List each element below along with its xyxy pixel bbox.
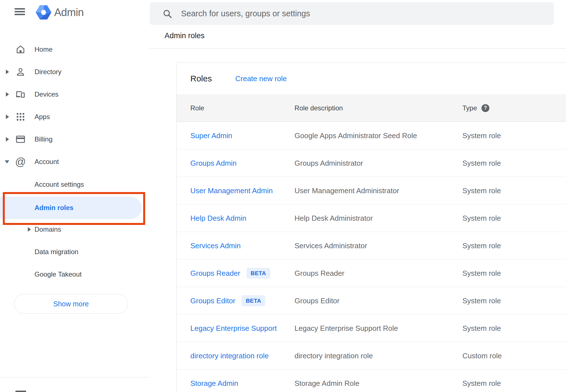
- role-type: System role: [462, 296, 501, 305]
- search-icon: [162, 8, 173, 19]
- hamburger-menu-icon[interactable]: [15, 8, 25, 16]
- column-header-type: Type ?: [462, 104, 489, 112]
- search-bar[interactable]: [150, 2, 554, 25]
- chevron-right-icon[interactable]: [6, 115, 9, 119]
- role-link[interactable]: Groups Admin: [190, 159, 237, 167]
- sidebar-item-billing[interactable]: Billing: [0, 128, 149, 151]
- help-icon[interactable]: ?: [481, 104, 489, 112]
- chevron-right-icon[interactable]: [6, 70, 9, 74]
- role-description: Storage Admin Role: [295, 379, 359, 388]
- app-title: Admin: [54, 0, 84, 25]
- role-description: Groups Editor: [295, 296, 339, 305]
- breadcrumb: Admin roles: [165, 31, 205, 40]
- table-row: Legacy Enterprise Support Legacy Enterpr…: [177, 314, 566, 342]
- sidebar-item-label: Account: [35, 158, 59, 166]
- sidebar-item-account[interactable]: @ Account: [0, 151, 149, 173]
- search-input[interactable]: [181, 9, 546, 19]
- role-type: System role: [462, 269, 501, 277]
- sidebar-divider: [0, 377, 149, 377]
- person-icon: [15, 67, 26, 77]
- sidebar-item-label: Billing: [35, 135, 53, 143]
- sidebar-item-label: Directory: [35, 68, 61, 76]
- sidebar-item-label: Home: [35, 45, 53, 53]
- table-row: directory integration role directory int…: [177, 342, 566, 370]
- sidebar-item-label: Devices: [35, 90, 58, 98]
- role-description: directory integration role: [295, 351, 373, 360]
- sidebar-item-label: Domains: [35, 225, 61, 233]
- table-row: User Management Admin User Management Ad…: [177, 177, 566, 204]
- role-link[interactable]: Legacy Enterprise Support: [190, 324, 277, 332]
- role-description: Help Desk Administrator: [295, 214, 373, 222]
- devices-icon: [15, 89, 26, 99]
- sidebar-item-label: Google Takeout: [35, 270, 82, 278]
- card-title: Roles: [190, 74, 212, 83]
- home-icon: [15, 44, 26, 54]
- role-link[interactable]: Help Desk Admin: [190, 214, 246, 222]
- sidebar-item-home[interactable]: Home: [0, 38, 149, 61]
- role-type: System role: [462, 379, 501, 388]
- beta-badge: BETA: [247, 268, 270, 279]
- sidebar-item-devices[interactable]: Devices: [0, 83, 149, 106]
- sidebar-item-apps[interactable]: Apps: [0, 106, 149, 128]
- role-type: System role: [462, 214, 501, 222]
- role-link[interactable]: Super Admin: [190, 131, 232, 140]
- sidebar-item-account-settings[interactable]: Account settings: [0, 173, 149, 196]
- role-description: Groups Administrator: [295, 159, 363, 167]
- column-header-role: Role: [190, 104, 204, 112]
- role-link[interactable]: Groups Editor: [190, 296, 235, 305]
- chevron-right-icon[interactable]: [6, 137, 9, 142]
- table-row: Help Desk Admin Help Desk Administrator …: [177, 204, 566, 232]
- role-type: System role: [462, 159, 501, 167]
- role-type: System role: [462, 324, 501, 332]
- table-row: Groups Editor BETA Groups Editor System …: [177, 287, 566, 314]
- cropped-sidebar-icon: [15, 391, 26, 392]
- admin-logo-icon: [36, 4, 51, 20]
- column-header-description: Role description: [295, 104, 343, 112]
- role-link[interactable]: directory integration role: [190, 351, 269, 360]
- sidebar-item-admin-roles[interactable]: Admin roles: [0, 197, 142, 219]
- show-more-button[interactable]: Show more: [14, 294, 128, 314]
- chevron-right-icon[interactable]: [28, 227, 31, 232]
- role-type: System role: [462, 186, 501, 195]
- table-row: Groups Admin Groups Administrator System…: [177, 149, 566, 177]
- role-link[interactable]: User Management Admin: [190, 186, 273, 195]
- sidebar-item-label: Account settings: [35, 181, 84, 188]
- table-header-row: Role Role description Type ?: [177, 94, 566, 122]
- at-sign-icon: @: [15, 157, 26, 167]
- create-new-role-link[interactable]: Create new role: [235, 74, 287, 83]
- sidebar-item-directory[interactable]: Directory: [0, 61, 149, 83]
- apps-grid-icon: [15, 112, 26, 122]
- table-row: Services Admin Services Administrator Sy…: [177, 232, 566, 259]
- role-link[interactable]: Services Admin: [190, 241, 241, 250]
- sidebar-item-google-takeout[interactable]: Google Takeout: [0, 263, 149, 286]
- role-description: Groups Reader: [295, 269, 344, 277]
- role-description: Services Administrator: [295, 241, 367, 250]
- table-row: Storage Admin Storage Admin Role System …: [177, 370, 566, 392]
- chevron-right-icon[interactable]: [6, 92, 9, 97]
- sidebar-item-label: Admin roles: [35, 204, 74, 212]
- header-divider: [149, 48, 566, 49]
- role-description: User Management Administrator: [295, 186, 399, 195]
- sidebar-item-label: Data migration: [35, 248, 78, 256]
- role-link[interactable]: Groups Reader: [190, 269, 240, 277]
- chevron-down-icon[interactable]: [5, 160, 9, 163]
- beta-badge: BETA: [241, 295, 265, 306]
- table-row: Super Admin Google Apps Administrator Se…: [177, 122, 566, 149]
- sidebar-item-label: Apps: [35, 113, 50, 121]
- role-description: Google Apps Administrator Seed Role: [295, 131, 417, 140]
- sidebar-item-domains[interactable]: Domains: [0, 218, 149, 241]
- role-description: Legacy Enterprise Support Role: [295, 324, 398, 332]
- roles-card-header: Roles Create new role: [177, 63, 566, 94]
- sidebar-item-data-migration[interactable]: Data migration: [0, 241, 149, 263]
- table-row: Groups Reader BETA Groups Reader System …: [177, 259, 566, 287]
- role-type: System role: [462, 131, 501, 140]
- roles-card: Roles Create new role Role Role descript…: [176, 63, 566, 392]
- credit-card-icon: [15, 134, 26, 144]
- admin-console-window: Admin Home Directory: [0, 0, 566, 392]
- column-header-type-label: Type: [462, 104, 477, 112]
- role-link[interactable]: Storage Admin: [190, 379, 238, 388]
- role-type: Custom role: [462, 351, 502, 360]
- role-type: System role: [462, 241, 501, 250]
